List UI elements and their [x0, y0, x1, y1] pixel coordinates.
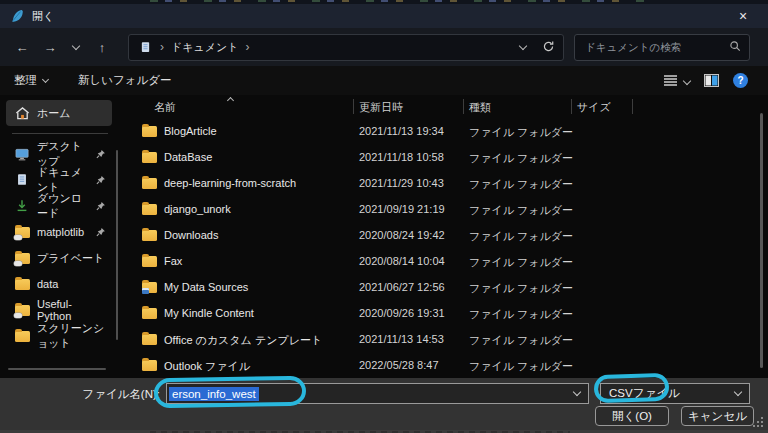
column-header-name[interactable]: 名前 [154, 100, 176, 115]
file-row-my-data-sources[interactable]: My Data Sources 2021/06/27 12:56 ファイル フォ… [120, 274, 768, 300]
file-list-vertical-scrollbar[interactable] [760, 113, 763, 368]
filename-label: ファイル名(N): [0, 387, 160, 402]
sidebar-item-private[interactable]: プライベート [6, 245, 112, 271]
sort-ascending-icon [227, 97, 234, 104]
file-date: 2020/09/26 19:31 [359, 307, 445, 319]
column-divider[interactable] [353, 99, 354, 114]
sidebar-item-label: data [37, 278, 58, 290]
column-header-date-modified[interactable]: 更新日時 [359, 100, 403, 115]
file-type: ファイル フォルダー [469, 177, 573, 192]
column-divider[interactable] [571, 99, 572, 114]
column-divider[interactable] [463, 99, 464, 114]
file-date: 2022/05/28 8:47 [359, 359, 439, 371]
sidebar-item-label: matplotlib [37, 226, 84, 238]
column-header-type[interactable]: 種類 [469, 100, 491, 115]
file-name: Outlook ファイル [164, 359, 250, 374]
file-row-fax[interactable]: Fax 2020/08/14 10:04 ファイル フォルダー [120, 248, 768, 274]
folder-cloud-icon [14, 250, 30, 266]
sidebar-item-documents[interactable]: ドキュメント [6, 167, 112, 193]
file-row-database[interactable]: DataBase 2021/11/18 10:58 ファイル フォルダー [120, 144, 768, 170]
file-row-deep-learning-from-scratch[interactable]: deep-learning-from-scratch 2021/11/29 10… [120, 170, 768, 196]
file-date: 2020/08/24 19:42 [359, 229, 445, 241]
column-divider[interactable] [632, 99, 633, 114]
folder-icon [142, 152, 157, 163]
dialog-footer: ファイル名(N): erson_info_west CSVファイル 開く(O) … [0, 378, 768, 430]
sidebar-separator [12, 133, 108, 134]
file-type: ファイル フォルダー [469, 125, 573, 140]
breadcrumb-chevron-icon[interactable]: › [246, 40, 250, 54]
new-folder-button[interactable]: 新しいフォルダー [78, 73, 172, 88]
file-row-blogarticle[interactable]: BlogArticle 2021/11/13 19:34 ファイル フォルダー [120, 118, 768, 144]
resize-grip[interactable] [753, 417, 763, 427]
forward-button[interactable]: → [38, 35, 62, 59]
sidebar-item-home[interactable]: ホーム [6, 100, 112, 126]
pin-icon [96, 175, 106, 185]
view-mode-button[interactable] [663, 74, 690, 87]
address-dropdown-chevron-icon[interactable] [519, 42, 527, 50]
help-button[interactable]: ? [733, 73, 748, 88]
file-name: BlogArticle [164, 125, 217, 137]
file-name: Downloads [164, 229, 218, 241]
organize-label: 整理 [14, 73, 37, 88]
documents-location-icon [137, 39, 153, 55]
sidebar-item-label: ダウンロード [37, 191, 89, 221]
navigation-sidebar: ホーム デスクトップ ドキュメント [0, 95, 120, 378]
sidebar-item-label: ホーム [37, 106, 71, 121]
recent-locations-chevron-icon[interactable] [66, 35, 86, 59]
file-date: 2021/06/27 12:56 [359, 281, 445, 293]
folder-icon [142, 230, 157, 241]
sidebar-item-downloads[interactable]: ダウンロード [6, 193, 112, 219]
filename-input[interactable]: erson_info_west [166, 383, 589, 404]
back-button[interactable]: ← [10, 35, 34, 59]
sidebar-horizontal-scrollbar[interactable] [8, 368, 106, 370]
folder-icon [142, 360, 157, 371]
desktop-icon [14, 146, 30, 162]
preview-pane-button[interactable] [704, 74, 719, 87]
file-type: ファイル フォルダー [469, 203, 573, 218]
file-row-my-kindle-content[interactable]: My Kindle Content 2020/09/26 19:31 ファイル … [120, 300, 768, 326]
chevron-down-icon[interactable] [734, 388, 742, 396]
sidebar-item-data[interactable]: data [6, 271, 112, 297]
folder-icon [142, 204, 157, 215]
up-button[interactable]: ↑ [90, 35, 114, 59]
file-row-outlook-files[interactable]: Outlook ファイル 2022/05/28 8:47 ファイル フォルダー [120, 352, 768, 378]
chevron-down-icon[interactable] [573, 388, 581, 396]
sidebar-vertical-scrollbar[interactable] [116, 150, 118, 340]
title-bar: 開く × [0, 4, 768, 28]
open-button[interactable]: 開く(O) [595, 406, 669, 426]
file-row-downloads[interactable]: Downloads 2020/08/24 19:42 ファイル フォルダー [120, 222, 768, 248]
column-header-size[interactable]: サイズ [577, 100, 611, 115]
pin-icon [96, 227, 106, 237]
sidebar-item-matplotlib[interactable]: matplotlib [6, 219, 112, 245]
search-box [574, 34, 750, 61]
address-bar[interactable]: › ドキュメント › [128, 34, 564, 61]
file-date: 2021/11/18 10:58 [359, 151, 444, 163]
breadcrumb-documents[interactable]: ドキュメント [171, 40, 239, 55]
sidebar-item-screenshots[interactable]: スクリーンショット [6, 323, 112, 349]
file-row-django-unork[interactable]: django_unork 2021/09/19 21:19 ファイル フォルダー [120, 196, 768, 222]
file-type: ファイル フォルダー [469, 151, 573, 166]
open-file-dialog: 開く × ← → ↑ › ドキュメント › [0, 4, 768, 430]
file-date: 2021/11/29 10:43 [359, 177, 444, 189]
file-row-office-custom-templates[interactable]: Office のカスタム テンプレート 2021/11/13 14:53 ファイ… [120, 326, 768, 352]
pin-icon [96, 201, 106, 211]
file-name: deep-learning-from-scratch [164, 177, 296, 189]
sidebar-item-desktop[interactable]: デスクトップ [6, 141, 112, 167]
file-name: DataBase [164, 151, 212, 163]
search-input[interactable] [583, 40, 729, 54]
file-type: ファイル フォルダー [469, 281, 573, 296]
sidebar-item-useful-python[interactable]: Useful-Python [6, 297, 112, 323]
file-type: ファイル フォルダー [469, 333, 573, 348]
folder-icon [14, 328, 30, 344]
refresh-button[interactable] [542, 40, 555, 55]
close-button[interactable]: × [728, 5, 758, 27]
file-type: ファイル フォルダー [469, 229, 573, 244]
feather-app-icon [10, 9, 24, 23]
cancel-button[interactable]: キャンセル [681, 406, 754, 426]
file-name: Fax [164, 255, 182, 267]
folder-icon [142, 334, 157, 345]
folder-icon [142, 178, 157, 189]
filetype-select[interactable]: CSVファイル [600, 383, 750, 404]
file-type: ファイル フォルダー [469, 255, 573, 270]
organize-button[interactable]: 整理 [14, 73, 48, 88]
